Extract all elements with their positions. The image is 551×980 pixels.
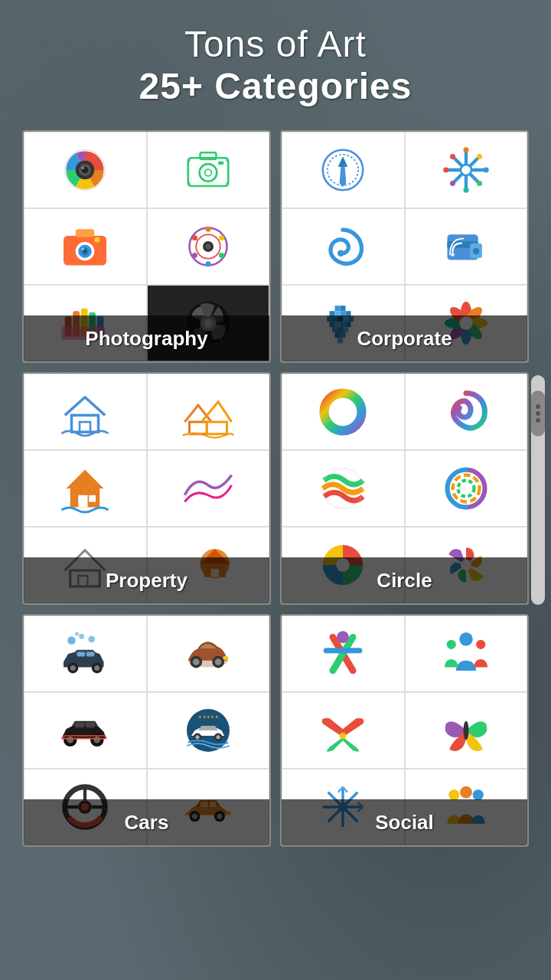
svg-point-127 <box>215 658 222 665</box>
corporate-icon-1 <box>282 132 405 208</box>
social-icon-1 <box>282 616 405 692</box>
svg-rect-97 <box>90 495 96 502</box>
svg-point-113 <box>68 636 77 645</box>
svg-point-140 <box>216 735 220 739</box>
svg-point-132 <box>67 737 74 743</box>
svg-point-17 <box>95 237 100 243</box>
svg-point-161 <box>463 721 468 740</box>
svg-point-23 <box>205 261 210 266</box>
social-label: Social <box>282 799 527 845</box>
photography-icon-2 <box>147 132 270 208</box>
category-property[interactable]: Property <box>22 372 271 605</box>
svg-rect-118 <box>86 652 95 656</box>
header: Tons of Art 25+ Categories <box>0 0 551 122</box>
svg-point-58 <box>473 248 480 255</box>
scrollbar-thumb[interactable] <box>531 390 545 436</box>
scrollbar-dot-1 <box>536 404 540 409</box>
svg-rect-92 <box>189 422 207 434</box>
svg-rect-129 <box>75 723 84 728</box>
svg-point-59 <box>451 253 454 256</box>
corporate-icon-4 <box>405 208 528 285</box>
circle-icon-4 <box>405 450 528 527</box>
photography-icon-1 <box>24 132 147 208</box>
svg-point-7 <box>199 164 217 181</box>
svg-point-110 <box>458 481 474 497</box>
svg-point-46 <box>450 154 455 159</box>
svg-point-49 <box>450 181 455 186</box>
property-label: Property <box>24 557 269 603</box>
svg-rect-130 <box>86 723 95 728</box>
svg-marker-40 <box>338 157 347 167</box>
corporate-label: Corporate <box>282 315 527 361</box>
svg-point-51 <box>463 188 468 193</box>
property-icon-2 <box>147 374 270 450</box>
scrollbar-track <box>531 375 545 605</box>
svg-rect-96 <box>79 495 88 508</box>
svg-point-52 <box>443 168 448 173</box>
scrollbar-dot-2 <box>536 411 540 416</box>
category-photography[interactable]: Photography <box>22 130 271 363</box>
svg-rect-91 <box>80 422 90 432</box>
property-icon-1 <box>24 374 147 450</box>
svg-point-158 <box>446 640 455 649</box>
header-subtitle: 25+ Categories <box>15 65 536 107</box>
cars-label: Cars <box>24 799 269 845</box>
svg-rect-6 <box>200 152 216 159</box>
svg-point-120 <box>70 665 76 671</box>
svg-point-22 <box>219 253 224 258</box>
svg-point-24 <box>192 253 197 258</box>
svg-point-125 <box>193 658 200 665</box>
svg-point-172 <box>460 786 472 799</box>
svg-point-27 <box>205 244 210 250</box>
svg-point-128 <box>223 656 228 660</box>
svg-rect-117 <box>77 652 86 656</box>
categories-grid: Photography <box>0 122 551 854</box>
svg-point-122 <box>95 665 100 671</box>
social-icon-2 <box>405 616 528 692</box>
svg-point-138 <box>195 735 199 739</box>
svg-point-50 <box>463 147 468 152</box>
social-icon-4 <box>405 692 528 769</box>
svg-rect-9 <box>218 162 223 165</box>
circle-label: Circle <box>282 557 527 603</box>
svg-point-156 <box>337 631 349 643</box>
svg-point-8 <box>204 169 211 176</box>
svg-point-21 <box>219 235 224 240</box>
svg-marker-94 <box>67 470 104 489</box>
svg-point-4 <box>82 167 85 170</box>
photography-icon-3 <box>24 208 147 285</box>
photography-icon-4 <box>147 208 270 285</box>
svg-point-53 <box>484 168 489 173</box>
category-cars[interactable]: ★ ★ ★ ★ ★ <box>22 614 271 847</box>
property-icon-3 <box>24 450 147 527</box>
svg-point-157 <box>459 632 473 646</box>
svg-rect-11 <box>76 229 95 237</box>
cars-icon-4: ★ ★ ★ ★ ★ <box>147 692 270 769</box>
svg-point-115 <box>89 635 96 642</box>
corporate-icon-3 <box>282 208 405 285</box>
corporate-icon-2 <box>405 132 528 208</box>
svg-point-20 <box>205 227 210 232</box>
svg-point-159 <box>476 640 485 649</box>
property-icon-4 <box>147 450 270 527</box>
circle-icon-2 <box>405 374 528 450</box>
category-corporate[interactable]: Corporate <box>280 130 529 363</box>
cars-icon-1 <box>24 616 147 692</box>
svg-point-25 <box>192 235 197 240</box>
svg-rect-61 <box>341 305 346 311</box>
svg-point-114 <box>79 634 84 639</box>
svg-point-45 <box>461 165 471 175</box>
category-circle[interactable]: Circle <box>280 372 529 605</box>
svg-rect-93 <box>207 422 227 434</box>
circle-icon-1 <box>282 374 405 450</box>
category-social[interactable]: Social <box>280 614 529 847</box>
social-icon-3 <box>282 692 405 769</box>
svg-point-47 <box>477 154 482 159</box>
svg-point-116 <box>75 632 79 635</box>
svg-point-134 <box>94 737 101 743</box>
svg-rect-90 <box>72 415 99 432</box>
svg-text:★ ★ ★ ★ ★: ★ ★ ★ ★ ★ <box>198 714 219 719</box>
header-title: Tons of Art <box>15 23 536 65</box>
circle-icon-3 <box>282 450 405 527</box>
svg-point-160 <box>340 733 347 740</box>
